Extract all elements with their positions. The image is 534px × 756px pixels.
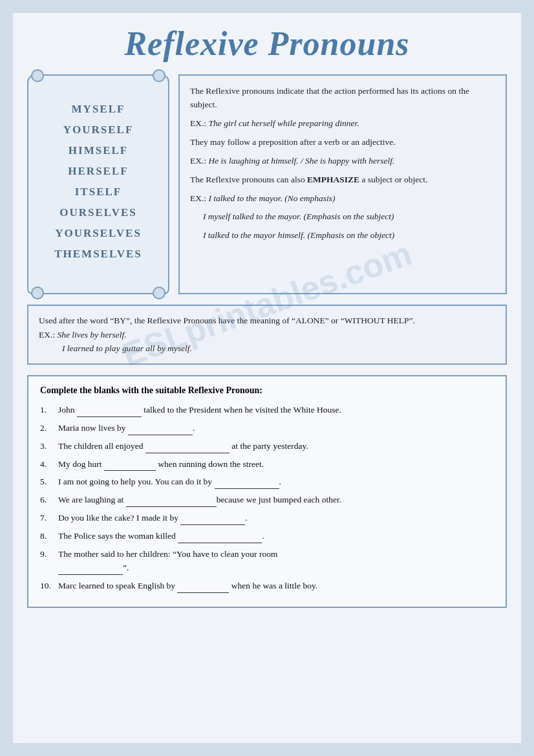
page-title: Reflexive Pronouns: [27, 25, 507, 63]
exercise-list: 1.John talked to the President when he v…: [40, 404, 494, 593]
answer-blank[interactable]: [177, 583, 229, 593]
exercise-title: Complete the blanks with the suitable Re…: [40, 385, 494, 396]
scroll-curl-right: [153, 69, 166, 82]
info-ex3a: I talked to the mayor. (No emphasis): [209, 193, 336, 203]
info-ex1-text: The girl cut herself while preparing din…: [209, 118, 359, 128]
exercise-num: 7.: [40, 512, 47, 525]
answer-blank[interactable]: [126, 497, 217, 507]
info-p3-start: The Reflexive pronouns can also: [190, 175, 307, 184]
by-ex2: I learned to play guitar all by myself.: [39, 343, 192, 353]
by-p1: Used after the word “BY”, the Reflexive …: [39, 314, 495, 328]
exercise-num: 6.: [40, 493, 47, 507]
pronoun-item: MYSELF: [35, 99, 162, 120]
info-ex2-text: He is laughing at himself. / She is happ…: [209, 156, 395, 166]
answer-blank[interactable]: [128, 425, 193, 435]
by-section: Used after the word “BY”, the Reflexive …: [27, 305, 507, 365]
info-p3-end: a subject or object.: [359, 175, 427, 184]
page: ESLprintables.com Reflexive Pronouns MYS…: [13, 13, 521, 743]
pronoun-item: ITSELF: [35, 182, 162, 202]
exercise-num: 1.: [40, 404, 47, 417]
exercise-item: 9.The mother said to her children: “You …: [40, 548, 494, 575]
exercise-item: 2.Maria now lives by .: [40, 422, 494, 435]
pronoun-item: YOURSELF: [35, 120, 162, 140]
exercise-item: 1.John talked to the President when he v…: [40, 404, 494, 417]
info-ex1: EX.: The girl cut herself while preparin…: [190, 117, 495, 131]
exercise-num: 2.: [40, 422, 47, 435]
exercise-item: 8.The Police says the woman killed .: [40, 530, 494, 543]
info-p1: The Reflexive pronouns indicate that the…: [190, 85, 495, 112]
exercise-item: 5.I am not going to help you. You can do…: [40, 475, 494, 489]
info-box: The Reflexive pronouns indicate that the…: [178, 74, 507, 294]
info-ex3b: I myself talked to the mayor. (Emphasis …: [190, 210, 495, 224]
exercise-item: 10.Marc learned to speak English by when…: [40, 579, 494, 593]
pronoun-item: HERSELF: [35, 161, 162, 182]
answer-blank[interactable]: [77, 407, 142, 417]
exercise-num: 8.: [40, 530, 47, 543]
by-ex1: She lives by herself.: [58, 330, 127, 340]
exercise-item: 3.The children all enjoyed at the party …: [40, 440, 494, 453]
exercise-section: Complete the blanks with the suitable Re…: [27, 375, 507, 608]
info-p3: The Reflexive pronouns can also EMPHASIZ…: [190, 173, 495, 187]
exercise-num: 4.: [40, 458, 47, 471]
scroll-box: MYSELFYOURSELFHIMSELFHERSELFITSELFOURSEL…: [27, 74, 169, 294]
scroll-curl-left: [31, 69, 44, 82]
exercise-num: 3.: [40, 440, 47, 453]
answer-blank[interactable]: [180, 515, 245, 525]
answer-blank[interactable]: [104, 460, 156, 471]
exercise-item: 4.My dog hurt when running down the stre…: [40, 458, 494, 471]
answer-blank[interactable]: [58, 565, 123, 575]
info-ex2-label: EX.:: [190, 156, 206, 166]
pronoun-item: HIMSELF: [35, 140, 162, 161]
info-ex3-label: EX.:: [190, 193, 206, 203]
info-ex1-label: EX.:: [190, 118, 206, 128]
scroll-curl-bottom-right: [153, 286, 166, 299]
info-p3-bold: EMPHASIZE: [307, 175, 359, 184]
answer-blank[interactable]: [145, 443, 230, 453]
info-ex3c-text: I talked to the mayor himself. (Emphasis…: [203, 230, 394, 240]
scroll-curl-bottom-left: [31, 286, 44, 299]
pronoun-item: OURSELVES: [35, 202, 162, 223]
exercise-num: 9.: [40, 548, 47, 561]
info-p2: They may follow a preposition after a ve…: [190, 136, 495, 149]
exercise-num: 5.: [40, 475, 47, 489]
pronoun-item: THEMSELVES: [35, 244, 162, 265]
info-ex3c: I talked to the mayor himself. (Emphasis…: [190, 229, 495, 243]
answer-blank[interactable]: [178, 533, 262, 543]
exercise-item: 7.Do you like the cake? I made it by .: [40, 512, 494, 525]
pronoun-list: MYSELFYOURSELFHIMSELFHERSELFITSELFOURSEL…: [35, 99, 162, 265]
by-examples: EX.: She lives by herself. I learned to …: [39, 328, 495, 356]
pronoun-item: YOURSELVES: [35, 223, 162, 244]
by-ex-label: EX.:: [39, 330, 55, 340]
info-ex3-label-line: EX.: I talked to the mayor. (No emphasis…: [190, 192, 495, 206]
info-ex3b-text: I myself talked to the mayor. (Emphasis …: [203, 211, 394, 221]
exercise-num: 10.: [40, 579, 51, 593]
answer-blank[interactable]: [215, 479, 279, 489]
exercise-item: 6.We are laughing at because we just bum…: [40, 493, 494, 507]
top-section: MYSELFYOURSELFHIMSELFHERSELFITSELFOURSEL…: [27, 74, 507, 294]
info-ex2: EX.: He is laughing at himself. / She is…: [190, 155, 495, 168]
